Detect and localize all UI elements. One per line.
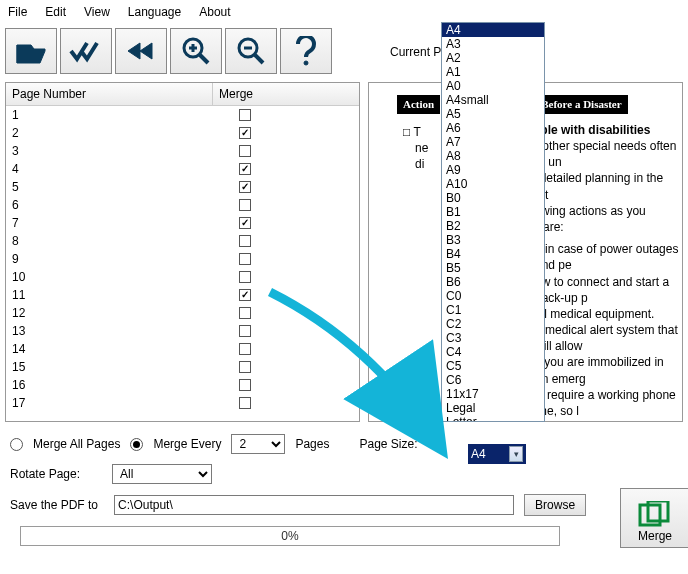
double-undo-icon [124, 39, 158, 63]
merge-every-radio[interactable] [130, 438, 143, 451]
page-size-option[interactable]: A2 [442, 51, 544, 65]
table-row[interactable]: 17 [6, 394, 359, 412]
merge-button[interactable]: Merge [620, 488, 688, 548]
cell-page-number: 16 [6, 378, 213, 392]
page-size-option[interactable]: A1 [442, 65, 544, 79]
table-row[interactable]: 11 [6, 286, 359, 304]
page-size-option[interactable]: B5 [442, 261, 544, 275]
page-table: Page Number Merge 1234567891011121314151… [5, 82, 360, 422]
table-row[interactable]: 8 [6, 232, 359, 250]
table-row[interactable]: 6 [6, 196, 359, 214]
merge-checkbox[interactable] [239, 397, 251, 409]
table-row[interactable]: 12 [6, 304, 359, 322]
menu-file[interactable]: File [8, 5, 27, 19]
cell-page-number: 3 [6, 144, 213, 158]
page-size-option[interactable]: B6 [442, 275, 544, 289]
merge-every-select[interactable]: 2 [231, 434, 285, 454]
merge-checkbox[interactable] [239, 235, 251, 247]
zoom-in-button[interactable] [170, 28, 222, 74]
preview-head-left: Action [397, 95, 440, 114]
merge-checkbox[interactable] [239, 127, 251, 139]
menu-language[interactable]: Language [128, 5, 181, 19]
page-size-option[interactable]: A10 [442, 177, 544, 191]
page-size-option[interactable]: B1 [442, 205, 544, 219]
merge-checkbox[interactable] [239, 343, 251, 355]
menu-view[interactable]: View [84, 5, 110, 19]
menu-about[interactable]: About [199, 5, 230, 19]
merge-checkbox[interactable] [239, 307, 251, 319]
page-size-option[interactable]: A7 [442, 135, 544, 149]
table-row[interactable]: 13 [6, 322, 359, 340]
merge-checkbox[interactable] [239, 217, 251, 229]
menu-edit[interactable]: Edit [45, 5, 66, 19]
table-row[interactable]: 2 [6, 124, 359, 142]
merge-checkbox[interactable] [239, 325, 251, 337]
progress-bar: 0% [20, 526, 560, 546]
merge-all-radio[interactable] [10, 438, 23, 451]
help-button[interactable] [280, 28, 332, 74]
table-row[interactable]: 16 [6, 376, 359, 394]
zoom-in-icon [181, 36, 211, 66]
zoom-out-icon [236, 36, 266, 66]
save-path-input[interactable] [114, 495, 514, 515]
page-size-dropdown[interactable]: A4A3A2A1A0A4smallA5A6A7A8A9A10B0B1B2B3B4… [441, 22, 545, 422]
page-size-option[interactable]: 11x17 [442, 387, 544, 401]
page-size-label: Page Size: [359, 437, 417, 451]
merge-checkbox[interactable] [239, 379, 251, 391]
browse-button[interactable]: Browse [524, 494, 586, 516]
table-row[interactable]: 15 [6, 358, 359, 376]
merge-checkbox[interactable] [239, 199, 251, 211]
merge-icon [638, 501, 672, 529]
page-size-option[interactable]: C6 [442, 373, 544, 387]
page-size-option[interactable]: A4 [442, 23, 544, 37]
page-size-option[interactable]: A5 [442, 107, 544, 121]
page-size-option[interactable]: C3 [442, 331, 544, 345]
table-row[interactable]: 9 [6, 250, 359, 268]
table-row[interactable]: 3 [6, 142, 359, 160]
page-size-option[interactable]: A4small [442, 93, 544, 107]
table-row[interactable]: 5 [6, 178, 359, 196]
merge-checkbox[interactable] [239, 253, 251, 265]
table-row[interactable]: 14 [6, 340, 359, 358]
page-size-option[interactable]: A8 [442, 149, 544, 163]
col-merge[interactable]: Merge [213, 83, 359, 105]
rotate-select[interactable]: All [112, 464, 212, 484]
col-page-number[interactable]: Page Number [6, 83, 213, 105]
merge-checkbox[interactable] [239, 289, 251, 301]
page-size-option[interactable]: C4 [442, 345, 544, 359]
merge-checkbox[interactable] [239, 145, 251, 157]
zoom-out-button[interactable] [225, 28, 277, 74]
question-icon [294, 36, 318, 66]
page-size-option[interactable]: Legal [442, 401, 544, 415]
page-size-option[interactable]: C5 [442, 359, 544, 373]
table-row[interactable]: 10 [6, 268, 359, 286]
merge-checkbox[interactable] [239, 271, 251, 283]
merge-checkbox[interactable] [239, 109, 251, 121]
table-row[interactable]: 1 [6, 106, 359, 124]
open-button[interactable] [5, 28, 57, 74]
page-size-select[interactable]: A4 ▾ [468, 444, 526, 464]
merge-checkbox[interactable] [239, 163, 251, 175]
page-size-option[interactable]: A0 [442, 79, 544, 93]
page-size-option[interactable]: B0 [442, 191, 544, 205]
page-size-option[interactable]: A3 [442, 37, 544, 51]
table-row[interactable]: 4 [6, 160, 359, 178]
page-size-option[interactable]: B4 [442, 247, 544, 261]
cell-page-number: 1 [6, 108, 213, 122]
merge-checkbox[interactable] [239, 361, 251, 373]
page-size-option[interactable]: C1 [442, 303, 544, 317]
page-size-option[interactable]: C2 [442, 317, 544, 331]
table-body[interactable]: 1234567891011121314151617 [6, 106, 359, 416]
undo-button[interactable] [115, 28, 167, 74]
merge-checkbox[interactable] [239, 181, 251, 193]
page-size-option[interactable]: B3 [442, 233, 544, 247]
cell-page-number: 15 [6, 360, 213, 374]
page-size-option[interactable]: C0 [442, 289, 544, 303]
cell-page-number: 13 [6, 324, 213, 338]
page-size-option[interactable]: A6 [442, 121, 544, 135]
apply-button[interactable] [60, 28, 112, 74]
page-size-option[interactable]: B2 [442, 219, 544, 233]
page-size-option[interactable]: A9 [442, 163, 544, 177]
page-size-option[interactable]: Letter [442, 415, 544, 421]
table-row[interactable]: 7 [6, 214, 359, 232]
